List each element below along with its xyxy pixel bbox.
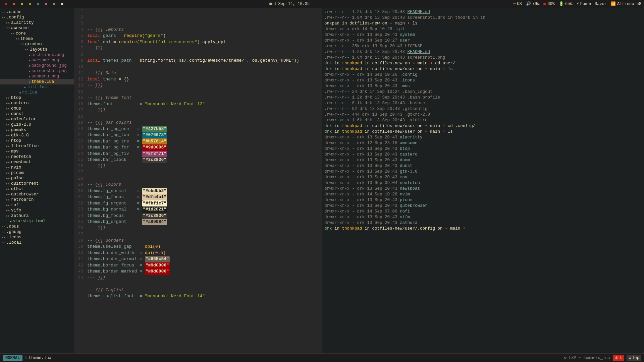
line-number: 4 (75, 27, 83, 33)
line-number: 5 (75, 33, 83, 39)
file-type-dot: ■ (29, 59, 31, 62)
sidebar-item-htop[interactable]: ▸htop (0, 138, 74, 143)
sidebar-item-label: galculator (11, 117, 36, 122)
sidebar-item-neofetch[interactable]: ▸neofetch (0, 154, 74, 160)
code-area[interactable]: -- {{{ Importslocal gears = require("gea… (86, 8, 322, 353)
power-label: Power Saver (580, 2, 607, 6)
editor: 1234567891011121314151617181920212223242… (74, 8, 322, 353)
line-number: 37 (75, 231, 83, 238)
code-line: theme.useless_gap = dpi(0) (87, 244, 322, 250)
battery-icon: 🔋 (559, 1, 564, 6)
lsp-label: LSP ~ sumneko_lua (569, 356, 610, 360)
line-number: 10 (75, 64, 83, 70)
line-number: 12 (75, 76, 83, 83)
sidebar-item-nvim[interactable]: ▸nvim (0, 165, 74, 170)
sidebar-item-zathura[interactable]: ▸zathura (0, 213, 74, 219)
line-number: 32 (75, 200, 83, 207)
sidebar-item-dbus[interactable]: ▸.dbus (0, 224, 74, 229)
tb-icon-3[interactable]: ■ (19, 1, 25, 7)
line-number: 44 (75, 275, 83, 281)
sidebar-item-vifm[interactable]: ▸vifm (0, 208, 74, 213)
tree-arrow: ▾ (15, 37, 19, 41)
sidebar-item-galculator[interactable]: ▸galculator (0, 117, 74, 122)
sidebar-item-config[interactable]: ▾.config (0, 15, 74, 20)
sidebar-item-label: newsboat (11, 160, 31, 165)
terminal-line: drwxr-xr-x - drk 13 Sep 20:43 mpv (324, 175, 642, 180)
sidebar-item-glib-20[interactable]: ▸glib-2.0 (0, 122, 74, 127)
line-numbers: 1234567891011121314151617181920212223242… (74, 8, 86, 353)
sidebar-item-initlua[interactable]: ■init.lua (0, 84, 74, 90)
tb-icon-8[interactable]: ■ (59, 1, 65, 7)
terminal[interactable]: .rw-r--r-- 1.2k drk 13 Sep 20:43 README.… (322, 8, 644, 353)
sidebar-item-theme[interactable]: ▾theme (0, 36, 74, 42)
sidebar-item-rclua[interactable]: ■rc.lua (0, 90, 74, 95)
sidebar-item-btop[interactable]: ▸btop (0, 95, 74, 101)
sidebar-item-qutebrowser[interactable]: ▸qutebrowser (0, 192, 74, 197)
sidebar-item-alacritty[interactable]: ▸alacritty (0, 20, 74, 25)
sidebar-item-label: rc.lua (22, 90, 37, 95)
code-line: theme.bg_normal = "#1d2021" (87, 206, 322, 213)
code-line: -- {{{ Taglist (87, 287, 322, 294)
status-file: 󰢱 theme.lua (25, 356, 51, 360)
code-line (87, 52, 322, 58)
sidebar-item-gtk-30[interactable]: ▸gtk-3.0 (0, 133, 74, 138)
sidebar-item-label: retroarch (11, 197, 34, 202)
sidebar-item-core[interactable]: ▾core (0, 31, 74, 36)
sidebar-item-icons[interactable]: ▸.icons (0, 235, 74, 240)
file-type-dot: ■ (29, 54, 31, 57)
status-top: ≡ Top (627, 355, 641, 361)
sidebar-item-layouts[interactable]: ▸layouts (0, 47, 74, 52)
sidebar-item-dunst[interactable]: ▸dunst (0, 111, 74, 117)
tree-arrow: ▸ (6, 203, 10, 207)
volume-label: 79% (532, 2, 540, 6)
sidebar-item-castero[interactable]: ▸castero (0, 101, 74, 106)
sidebar-item-themelua[interactable]: ■theme.lua (0, 79, 74, 84)
tb-icon-2[interactable]: ■ (11, 1, 17, 7)
sidebar-item-submenupng[interactable]: ■submenu.png (0, 74, 74, 79)
list-icon: ≡ (629, 356, 631, 360)
line-number: 19 (75, 120, 83, 126)
tb-icon-4[interactable]: ■ (27, 1, 33, 7)
sidebar-item-qBittorrent[interactable]: ▸qBittorrent (0, 181, 74, 186)
status-filename: theme.lua (29, 356, 52, 360)
sidebar-item-cmus[interactable]: ▸cmus (0, 106, 74, 111)
file-type-dot: ■ (29, 75, 31, 78)
sidebar-item-label: mpv (11, 149, 19, 154)
tb-icon-6[interactable]: ■ (43, 1, 49, 7)
sidebar-item-picom[interactable]: ▸picom (0, 170, 74, 176)
sidebar-item-label: pulse (11, 176, 24, 181)
sidebar-item-mpv[interactable]: ▸mpv (0, 149, 74, 154)
sidebar-item-retroarch[interactable]: ▸retroarch (0, 197, 74, 202)
code-line: -- {{{ Main (87, 70, 322, 76)
line-number: 22 (75, 138, 83, 145)
sidebar-item-archlinuxpng[interactable]: ■archlinux.png (0, 52, 74, 58)
code-line: theme.bar_bg_one = "#427b58" (87, 126, 322, 132)
sidebar-item-pulse[interactable]: ▸pulse (0, 176, 74, 181)
sidebar-item-gruvbox[interactable]: ▾gruvbox (0, 42, 74, 47)
tb-icon-5[interactable]: ■ (35, 1, 41, 7)
sidebar-item-newsboat[interactable]: ▸newsboat (0, 160, 74, 165)
sidebar-item-libreoffice[interactable]: ▸libreoffice (0, 143, 74, 149)
sidebar-item-rofi[interactable]: ▸rofi (0, 202, 74, 208)
sidebar-item-label: layouts (30, 47, 48, 52)
terminal-line: drwxr-xr-x - drk 13 Sep 20:43 zathura (324, 220, 642, 226)
sidebar-item-screenshotpng[interactable]: ■screenshot.png (0, 68, 74, 74)
sidebar-item-local[interactable]: ▸.local (0, 240, 74, 245)
terminal-line: .rw-r--r-- 444 drk 13 Sep 20:43 .gtkrc-2… (324, 112, 642, 118)
terminal-line: drwxr-xr-x - drk 14 Sep 10:26 nvim (324, 192, 642, 197)
sidebar-item-cache[interactable]: ▸.cache (0, 9, 74, 15)
tb-icon-1[interactable]: ■ (3, 1, 9, 7)
terminal-line: drwxr-xr-x - drk 12 Sep 23:15 awesome (324, 140, 642, 146)
tb-icon-7[interactable]: ■ (51, 1, 57, 7)
sidebar-item-gnupg[interactable]: ▸.gnupg (0, 229, 74, 235)
sidebar-item-gomuks[interactable]: ▸gomuks (0, 127, 74, 133)
line-number: 24 (75, 151, 83, 157)
sidebar-item-starshiptoml[interactable]: ■starship.toml (0, 219, 74, 224)
terminal-line: .rw-r--r-- 1.2k drk 13 Sep 20:43 .bash_p… (324, 95, 642, 101)
sidebar-item-backgroundjpg[interactable]: ■background.jpg (0, 63, 74, 68)
sidebar-item-awesomepng[interactable]: ■awesome.png (0, 58, 74, 63)
code-line: theme.fg_urgent = "#fbf1c7" (87, 200, 322, 207)
sidebar-item-qt5ct[interactable]: ▸qt5ct (0, 186, 74, 192)
sidebar-item-label: screenshot.png (32, 69, 67, 73)
sidebar-item-awesome[interactable]: ▾awesome (0, 25, 74, 31)
